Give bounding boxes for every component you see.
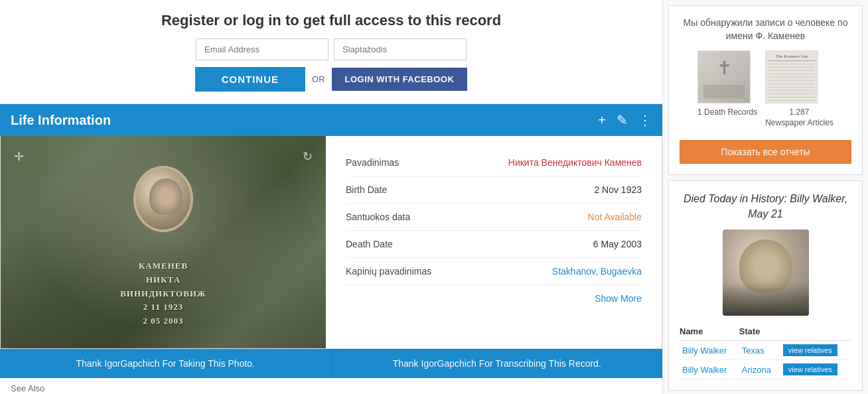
- label-pavadinimas: Pavadinimas: [346, 157, 399, 168]
- add-icon[interactable]: +: [598, 113, 606, 128]
- relatives-table: Name State Billy Walker Texas view relat…: [680, 324, 851, 379]
- password-field[interactable]: [334, 38, 467, 60]
- value-birth: 2 Nov 1923: [594, 184, 642, 195]
- label-santuokos: Santuokos data: [346, 212, 410, 222]
- grave-portrait: [133, 166, 193, 232]
- newspaper-record-label: 1,287 Newspaper Articles: [765, 107, 833, 128]
- info-section: Pavadinimas Никита Венедиктович Каменев …: [326, 136, 662, 348]
- show-all-button[interactable]: Показать все отчеты: [680, 140, 851, 164]
- register-actions: CONTINUE OR LOGIN WITH FACEBOOK: [13, 67, 649, 92]
- sidebar: Мы обнаружили записи о человеке по имени…: [662, 0, 868, 394]
- header-icons: + ✎ ⋮: [598, 112, 652, 128]
- grave-photo: ✛ ↻ КАМЕНЕВНИКТАВИНИДИКТОВИЖ2 11 19232 0…: [1, 136, 326, 348]
- grave-text: КАМЕНЕВНИКТАВИНИДИКТОВИЖ2 11 19232 05 20…: [120, 259, 206, 328]
- show-more-row: Show More: [346, 285, 642, 312]
- refresh-icon[interactable]: ↻: [303, 149, 313, 164]
- death-record-item[interactable]: 1 Death Records: [697, 50, 757, 128]
- value-death: 6 May 2003: [593, 239, 642, 249]
- view-relatives-button[interactable]: view relatives: [783, 344, 837, 356]
- life-info-title: Life Information: [11, 113, 111, 128]
- see-also: See Also: [0, 378, 662, 394]
- show-more-link[interactable]: Show More: [595, 293, 642, 304]
- info-row-cemetery: Kapinių pavadinimas Stakhanov, Bugaevka: [346, 258, 642, 285]
- label-death: Death Date: [346, 239, 393, 249]
- thank-transcribe-button[interactable]: Thank IgorGapchich For Transcribing This…: [332, 349, 663, 378]
- records-section: Мы обнаружили записи о человеке по имени…: [668, 5, 863, 175]
- info-row-birth: Birth Date 2 Nov 1923: [346, 176, 642, 204]
- death-record-thumb: [697, 50, 751, 103]
- more-icon[interactable]: ⋮: [638, 112, 652, 128]
- register-inputs: [13, 38, 649, 60]
- relative-name[interactable]: Billy Walker: [682, 365, 727, 375]
- info-row-death: Death Date 6 May 2003: [346, 231, 642, 258]
- email-field[interactable]: [196, 38, 328, 60]
- or-text: OR: [312, 74, 325, 84]
- thank-photo-button[interactable]: Thank IgorGapchich For Taking This Photo…: [0, 349, 332, 378]
- relative-state[interactable]: Texas: [742, 346, 764, 356]
- newspaper-img: [766, 50, 818, 103]
- table-row: Billy Walker Texas view relatives: [680, 341, 851, 360]
- register-title: Register or log in to get full access to…: [13, 12, 649, 29]
- records-title: Мы обнаружили записи о человеке по имени…: [680, 17, 851, 42]
- view-relatives-button[interactable]: view relatives: [783, 363, 837, 375]
- death-record-label: 1 Death Records: [697, 107, 757, 118]
- photo-section: ✛ ↻ КАМЕНЕВНИКТАВИНИДИКТОВИЖ2 11 19232 0…: [1, 136, 326, 348]
- col-action: [780, 324, 851, 341]
- value-santuokos: Not Available: [588, 212, 642, 222]
- register-bar: Register or log in to get full access to…: [0, 0, 662, 104]
- records-row: 1 Death Records 1,287 Newspaper Articles: [680, 50, 851, 128]
- relative-state[interactable]: Arizona: [742, 365, 771, 375]
- died-today-title: Died Today in History: Billy Walker, May…: [680, 192, 851, 222]
- value-pavadinimas: Никита Венедиктович Каменев: [508, 157, 642, 168]
- life-info-body: ✛ ↻ КАМЕНЕВНИКТАВИНИДИКТОВИЖ2 11 19232 0…: [0, 136, 662, 349]
- death-record-img: [698, 50, 750, 103]
- relative-name[interactable]: Billy Walker: [682, 346, 727, 356]
- value-cemetery: Stakhanov, Bugaevka: [552, 266, 642, 277]
- table-row: Billy Walker Arizona view relatives: [680, 360, 851, 379]
- died-today-photo: [723, 230, 809, 316]
- info-row-pavadinimas: Pavadinimas Никита Венедиктович Каменев: [346, 149, 642, 176]
- info-row-santuokos: Santuokos data Not Available: [346, 204, 642, 231]
- grave-portrait-inner: [136, 168, 190, 230]
- cross-icon: ✛: [14, 149, 24, 164]
- continue-button[interactable]: CONTINUE: [195, 67, 305, 92]
- died-today-section: Died Today in History: Billy Walker, May…: [668, 180, 863, 391]
- col-name: Name: [680, 324, 739, 341]
- newspaper-record-item[interactable]: 1,287 Newspaper Articles: [765, 50, 833, 128]
- life-info-header: Life Information + ✎ ⋮: [0, 104, 662, 136]
- thank-buttons: Thank IgorGapchich For Taking This Photo…: [0, 349, 662, 378]
- newspaper-record-thumb: [765, 50, 818, 103]
- facebook-login-button[interactable]: LOGIN WITH FACEBOOK: [332, 68, 468, 91]
- edit-icon[interactable]: ✎: [616, 112, 628, 128]
- col-state: State: [739, 324, 780, 341]
- label-cemetery: Kapinių pavadinimas: [346, 266, 431, 277]
- label-birth: Birth Date: [346, 184, 387, 195]
- see-also-text: See Also: [11, 383, 44, 393]
